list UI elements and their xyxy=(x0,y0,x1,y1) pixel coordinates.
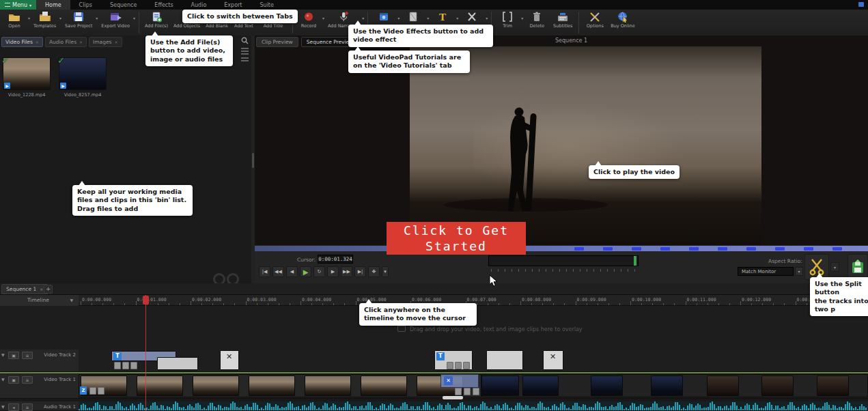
scroll-mode-button[interactable]: ✥ xyxy=(368,266,380,277)
waveform-bar xyxy=(634,403,635,410)
window-control-icon[interactable] xyxy=(858,2,864,7)
play-button[interactable]: ▶ xyxy=(300,266,311,277)
overlay-clip[interactable] xyxy=(157,357,198,370)
record-button[interactable]: Record xyxy=(296,10,322,36)
chevron-down-icon[interactable]: ▾ xyxy=(485,16,488,20)
subtitles-button[interactable]: Subtitles xyxy=(550,10,576,36)
overlay-clip[interactable] xyxy=(486,350,523,370)
chevron-down-icon[interactable]: ▾ xyxy=(361,16,365,20)
close-icon[interactable]: × xyxy=(36,40,39,44)
get-started-button[interactable]: Click to GetStarted xyxy=(387,222,526,255)
chevron-down-icon[interactable]: ▾ xyxy=(132,16,136,20)
track-mute-toggle[interactable]: ◂ xyxy=(8,403,19,411)
transition-clip[interactable]: ✕ xyxy=(220,350,239,370)
clip-chip[interactable] xyxy=(463,362,470,369)
next-frame-button[interactable]: ▶▶ xyxy=(341,266,352,277)
go-to-start-button[interactable]: |◀ xyxy=(259,266,270,277)
list-view-icon[interactable] xyxy=(241,47,249,63)
waveform-bar xyxy=(499,406,500,410)
menu-tab-sequence[interactable]: Sequence xyxy=(101,0,145,10)
clip-chip[interactable] xyxy=(114,362,121,369)
menu-tab-clips[interactable]: Clips xyxy=(70,0,101,10)
bin-file-item[interactable]: ✓▶Video_8257.mp4 xyxy=(59,57,107,98)
video-track-2-lane[interactable]: T ✕ T ✕ xyxy=(79,350,868,372)
track-lock-toggle[interactable]: ≡ xyxy=(22,403,33,411)
sequence-tab[interactable]: Sequence 1 × xyxy=(1,284,48,294)
close-icon[interactable]: × xyxy=(115,40,118,44)
menu-tab-export[interactable]: Export xyxy=(215,0,251,10)
play-backward-button[interactable]: ◀ xyxy=(286,266,298,277)
audio-track-1-lane[interactable] xyxy=(79,401,868,411)
trim-button[interactable]: Trim xyxy=(494,10,520,36)
track-lock-toggle[interactable]: ≡ xyxy=(22,352,33,359)
split-dropdown-icon[interactable]: ▾ xyxy=(830,262,839,272)
cursor-time-field[interactable]: 0:00:01.324 xyxy=(318,255,353,264)
clip-chip[interactable] xyxy=(98,387,104,395)
bin-tab-images[interactable]: Images× xyxy=(89,37,122,47)
menu-tab-audio[interactable]: Audio xyxy=(182,0,216,10)
clip-chip[interactable] xyxy=(464,388,471,395)
timeline-scroll-chip[interactable] xyxy=(443,396,463,399)
timeline-mode-dropdown[interactable]: Timeline ▼ xyxy=(0,295,79,306)
waveform-bar xyxy=(410,406,412,411)
clip-chip[interactable] xyxy=(473,388,479,395)
buy-online-button[interactable]: Buy Online xyxy=(608,10,637,36)
options-button[interactable]: Options xyxy=(582,10,608,36)
open-button[interactable]: Open xyxy=(1,10,27,36)
export-video-button[interactable]: Export Video xyxy=(98,10,132,36)
video-track-2-header: ▼ ▣ ≡ Video Track 2 xyxy=(0,350,79,372)
clip-chip[interactable] xyxy=(130,362,137,369)
delete-button[interactable]: Delete xyxy=(524,10,550,36)
close-icon[interactable]: × xyxy=(40,287,43,292)
effect-chip[interactable]: Z xyxy=(80,386,87,395)
playhead-line[interactable] xyxy=(145,295,146,411)
search-icon[interactable] xyxy=(241,37,249,44)
bin-tab-audio-files[interactable]: Audio Files× xyxy=(45,37,87,47)
clip-chip[interactable] xyxy=(455,388,462,395)
save-project-button[interactable]: Save Project xyxy=(62,10,95,36)
aspect-ratio-select[interactable]: Match Monitor xyxy=(738,267,794,276)
scrub-position-marker[interactable] xyxy=(634,256,636,266)
waveform-bar xyxy=(216,408,217,411)
bin-tab-video-files[interactable]: Video Files× xyxy=(1,37,43,47)
video-track-1-lane[interactable]: ✕Z xyxy=(79,374,868,399)
previous-frame-button[interactable]: ◀◀ xyxy=(272,266,284,277)
text-clip[interactable]: T xyxy=(434,350,473,370)
tab-clip-preview[interactable]: Clip Preview xyxy=(256,37,298,47)
collapse-arrow-icon[interactable]: ▼ xyxy=(1,377,5,382)
scroll-mode-dropdown-button[interactable]: ▾ xyxy=(382,266,389,277)
clip-thumbnail xyxy=(249,375,295,396)
video-thumbnail[interactable]: ✓▶ xyxy=(59,57,107,90)
collapse-arrow-icon[interactable]: ▼ xyxy=(1,352,5,357)
quick-export-button[interactable] xyxy=(848,254,868,280)
close-icon[interactable]: × xyxy=(79,40,83,44)
track-visibility-toggle[interactable]: ▣ xyxy=(8,352,19,359)
menu-tab-home[interactable]: Home xyxy=(36,0,70,10)
templates-button[interactable]: Templates xyxy=(31,10,59,36)
bin-file-item[interactable]: ✓▶Video_1228.mp4 xyxy=(3,57,51,98)
preview-seek-bar[interactable] xyxy=(255,245,868,251)
playhead-marker[interactable] xyxy=(143,296,149,304)
transition-clip[interactable]: ✕ xyxy=(543,350,563,370)
aspect-ratio-dropdown-icon[interactable]: ▾ xyxy=(795,267,803,276)
clip-chip[interactable] xyxy=(455,362,462,369)
video-thumbnail[interactable]: ✓▶ xyxy=(3,57,51,90)
clip-chip[interactable] xyxy=(447,362,453,369)
video-preview-frame[interactable] xyxy=(410,46,761,246)
waveform-bar xyxy=(320,409,322,410)
clip-chip[interactable] xyxy=(122,362,129,369)
menu-button[interactable]: Menu ▾ xyxy=(0,0,36,10)
track-lock-toggle[interactable]: ≡ xyxy=(22,376,33,384)
menu-tab-effects[interactable]: Effects xyxy=(145,0,182,10)
loop-button[interactable]: ↻ xyxy=(313,266,325,277)
play-forward-button[interactable]: ▶ xyxy=(327,266,339,277)
clip-chip[interactable] xyxy=(89,387,96,395)
menu-tab-suite[interactable]: Suite xyxy=(251,0,283,10)
go-to-end-button[interactable]: ▶| xyxy=(354,266,366,277)
collapse-arrow-icon[interactable]: ▼ xyxy=(1,404,5,409)
track-visibility-toggle[interactable]: ▣ xyxy=(8,376,19,384)
scrub-strip[interactable] xyxy=(488,255,639,266)
add-sequence-button[interactable]: + xyxy=(44,285,53,294)
waveform-bar xyxy=(449,405,451,410)
waveform-bar xyxy=(865,408,867,410)
